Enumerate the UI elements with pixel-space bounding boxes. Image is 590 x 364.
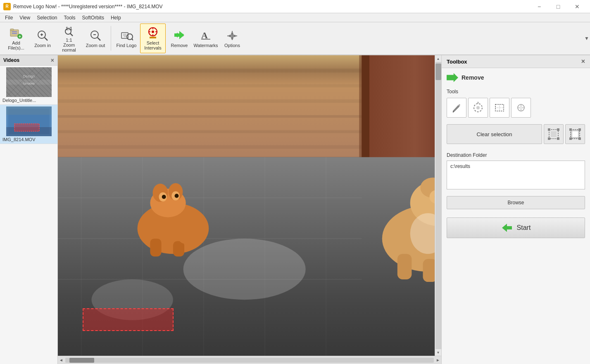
toolbar-expand-button[interactable]: ▼ [583,22,590,54]
svg-rect-107 [548,128,550,131]
menu-selection[interactable]: Selection [33,14,60,21]
svg-line-45 [23,68,52,97]
remove-section-header: Remove [447,73,585,82]
watermarks-button[interactable]: A Watermarks [193,24,219,53]
toolbox-panel: Toolbox × Remove Tools [441,55,590,364]
titlebar-controls: − □ ✕ [530,0,587,13]
svg-rect-114 [578,128,581,131]
svg-rect-106 [551,131,557,137]
watermarks-icon: A [199,29,212,42]
remove-arrow-icon [447,73,458,82]
remove-button[interactable]: Remove [167,24,192,53]
tools-row [447,98,585,118]
select-intervals-button[interactable]: Select Intervals [140,24,166,53]
options-icon [226,29,239,42]
video-item-2[interactable]: IMG_8214.MOV [0,105,57,144]
scroll-down-button[interactable]: ▼ [435,349,441,356]
select-all-icon-button[interactable] [544,124,564,144]
svg-text:Delogo: Delogo [23,74,35,78]
svg-rect-112 [572,131,578,137]
clear-selection-button[interactable]: Clear selection [447,124,542,144]
zoom-out-button[interactable]: Zoom out [83,24,108,53]
videos-panel-header: Videos × [0,55,57,66]
svg-rect-113 [569,128,572,131]
magic-wand-tool-button[interactable] [511,98,531,118]
toolbox-title-row: Toolbox [447,59,467,65]
svg-point-19 [127,34,133,40]
menu-help[interactable]: Help [107,14,124,21]
svg-rect-3 [12,33,17,34]
svg-marker-31 [174,31,184,39]
svg-point-83 [175,194,179,198]
video-label-2: IMG_8214.MOV [2,136,56,142]
menu-softorbits[interactable]: SoftOrbits [79,14,107,21]
destination-folder-input[interactable] [447,161,585,189]
options-label: Options [224,43,240,48]
scroll-thumb[interactable] [435,64,441,80]
options-button[interactable]: Options [219,24,245,53]
zoom-normal-button[interactable]: 1:1 1:1 Zoom normal [56,24,82,53]
menu-tools[interactable]: Tools [61,14,79,21]
toolbox-close-button[interactable]: × [581,58,585,65]
find-logo-icon [120,29,133,42]
svg-rect-48 [6,106,52,115]
vertical-scrollbar[interactable]: ▲ ▼ [435,55,441,356]
titlebar-left: R Remove Logo Now! - ****Unregistered ve… [3,3,163,10]
svg-line-44 [14,67,44,97]
zoom-in-label: Zoom in [34,43,51,48]
svg-rect-28 [150,37,156,38]
svg-rect-1 [10,29,14,31]
remove-section-title: Remove [462,74,484,81]
videos-panel-close[interactable]: × [51,57,54,64]
maximize-button[interactable]: □ [549,0,568,13]
svg-rect-2 [12,31,17,32]
video-frame[interactable]: ▲ ▼ [58,55,441,356]
lasso-tool-button[interactable] [468,98,488,118]
video-item-1[interactable]: Delogo Untitled Delogo_Untitle... [0,66,57,105]
minimize-button[interactable]: − [530,0,549,13]
remove-icon [173,29,186,42]
svg-rect-110 [557,137,559,140]
start-arrow-icon [501,222,513,234]
pencil-tool-button[interactable] [447,98,466,118]
horizontal-scrollbar[interactable]: ◄ ► [58,356,441,364]
svg-point-98 [476,106,480,109]
find-logo-button[interactable]: Find Logo [114,24,139,53]
svg-rect-39 [6,67,52,97]
main-area: Videos × Delogo Untitled Delogo_Untitle.… [0,55,590,364]
menubar: File View Selection Tools SoftOrbits Hel… [0,13,590,22]
zoom-in-button[interactable]: Zoom in [30,24,55,53]
videos-panel: Videos × Delogo Untitled Delogo_Untitle.… [0,55,58,364]
scroll-left-button[interactable]: ◄ [58,356,64,364]
scroll-track[interactable] [435,62,441,349]
zoom-normal-label: 1:1 Zoom normal [62,38,76,52]
app-icon: R [3,3,11,10]
rect-select-tool-button[interactable] [490,98,509,118]
menu-view[interactable]: View [16,14,33,21]
videos-panel-title: Videos [3,57,19,63]
canvas-area: ▲ ▼ ◄ ► [58,55,441,364]
svg-point-71 [183,239,306,300]
select-invert-icon-button[interactable] [565,124,585,144]
svg-rect-109 [548,137,550,140]
add-files-button[interactable]: + Add File(s)... [3,24,29,53]
svg-marker-117 [502,224,512,232]
add-files-label: Add File(s)... [8,40,24,50]
browse-button[interactable]: Browse [447,196,585,209]
logo-selection-box[interactable] [83,308,174,331]
start-label: Start [517,224,531,232]
svg-line-12 [70,33,73,36]
zoom-out-icon [89,29,102,42]
scroll-track[interactable] [65,358,434,363]
menu-file[interactable]: File [2,14,16,21]
scroll-right-button[interactable]: ► [435,356,441,364]
close-window-button[interactable]: ✕ [568,0,587,13]
toolbox-content: Remove Tools [442,68,590,243]
scroll-thumb[interactable] [69,358,94,363]
remove-label: Remove [171,43,188,48]
find-logo-label: Find Logo [117,43,137,48]
scroll-up-button[interactable]: ▲ [435,55,441,62]
svg-rect-78 [173,241,184,256]
svg-line-21 [132,39,133,40]
start-button[interactable]: Start [447,217,585,238]
